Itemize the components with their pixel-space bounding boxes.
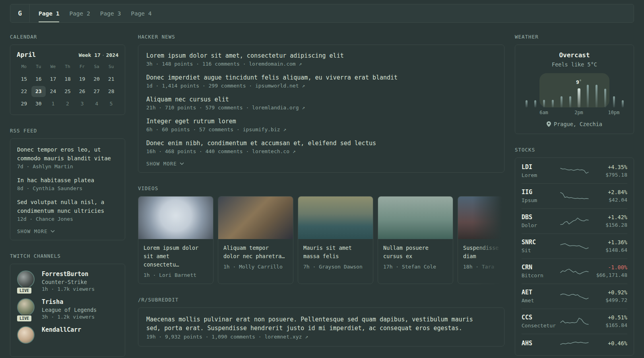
- video-thumbnail[interactable]: [218, 197, 293, 239]
- hn-item-title[interactable]: Donec enim nibh, condimentum et accumsan…: [146, 139, 496, 148]
- calendar-day[interactable]: 30: [31, 98, 46, 109]
- stock-row[interactable]: IIG Ipsum +2.84% $42.04: [522, 183, 627, 208]
- tab-page-1[interactable]: Page 1: [39, 4, 59, 22]
- stock-ticker: CCS: [522, 314, 560, 321]
- video-thumbnail[interactable]: [458, 197, 504, 239]
- weekday-header: We: [46, 64, 60, 72]
- calendar-day[interactable]: 16: [31, 74, 46, 85]
- stock-name: Lorem: [522, 172, 560, 178]
- hacker-news-widget-title: HACKER NEWS: [138, 34, 504, 40]
- calendar-day-next-month[interactable]: 4: [89, 98, 104, 109]
- calendar-day[interactable]: 20: [89, 74, 104, 85]
- stock-row[interactable]: CRN Bitcorn -1.00% $66,171.48: [522, 259, 627, 284]
- video-title[interactable]: Suspendisse diam: [463, 244, 500, 261]
- calendar-day[interactable]: 15: [17, 74, 31, 85]
- stock-change: -1.00%: [589, 264, 627, 270]
- video-thumbnail[interactable]: [298, 197, 373, 239]
- rss-item-title[interactable]: In hac habitasse platea: [17, 176, 118, 185]
- stock-sparkline: [560, 216, 589, 226]
- reddit-post: Maecenas mollis pulvinar erat non posuer…: [146, 315, 496, 340]
- channel-game[interactable]: League of Legends: [42, 307, 97, 313]
- rss-item: Donec tempor eros leo, ut commodo mauris…: [17, 145, 118, 169]
- hn-item-title[interactable]: Integer eget rutrum lorem: [146, 117, 496, 126]
- calendar-day[interactable]: 28: [104, 86, 118, 97]
- app-logo[interactable]: G: [10, 4, 30, 22]
- hn-show-more-button[interactable]: SHOW MORE: [146, 161, 496, 167]
- calendar-day[interactable]: 18: [60, 74, 75, 85]
- calendar-day-selected[interactable]: 23: [31, 86, 46, 97]
- stock-row[interactable]: DBS Dolor +1.42% $156.28: [522, 208, 627, 233]
- hn-item-title[interactable]: Aliquam nec cursus elit: [146, 95, 496, 104]
- stock-ticker: CRN: [522, 264, 560, 271]
- hn-item-meta[interactable]: 3h · 148 points · 116 comments · loremdo…: [146, 61, 496, 67]
- video-title[interactable]: Nullam posuere cursus ex: [383, 244, 448, 261]
- channel-game[interactable]: Counter-Strike: [42, 279, 95, 285]
- stock-change: +1.42%: [589, 214, 627, 220]
- channel-name[interactable]: ForrestBurton: [42, 270, 95, 278]
- video-thumbnail[interactable]: [378, 197, 453, 239]
- stock-row[interactable]: SNRC Sit +1.36% $148.64: [522, 233, 627, 259]
- calendar-day[interactable]: 27: [89, 86, 104, 97]
- subreddit-widget: /R/SUBREDDIT Maecenas mollis pulvinar er…: [138, 297, 504, 346]
- video-card[interactable]: Nullam posuere cursus ex 17h · Stefan Co…: [378, 196, 453, 284]
- hn-item-title[interactable]: Donec imperdiet augue tincidunt felis al…: [146, 73, 496, 82]
- stock-row[interactable]: AHS +0.46%: [522, 334, 627, 354]
- tab-page-3[interactable]: Page 3: [100, 4, 121, 22]
- tab-label: Page 4: [131, 10, 151, 17]
- twitch-channel-row[interactable]: LIVE Trisha League of Legends 3h · 1.2k …: [17, 298, 118, 320]
- stock-sparkline: [560, 241, 589, 251]
- calendar-day[interactable]: 17: [46, 74, 60, 85]
- middle-column: HACKER NEWS Lorem ipsum dolor sit amet, …: [138, 34, 504, 358]
- twitch-channel-row[interactable]: LIVE ForrestBurton Counter-Strike 1h · 1…: [17, 270, 118, 292]
- calendar-day[interactable]: 29: [17, 98, 31, 109]
- subreddit-widget-title: /R/SUBREDDIT: [138, 297, 504, 303]
- reddit-post-meta[interactable]: 19h · 9,932 points · 1,090 comments · lo…: [146, 334, 496, 340]
- calendar-day[interactable]: 26: [75, 86, 89, 97]
- rss-item-title[interactable]: Sed volutpat nulla nisl, a condimentum n…: [17, 198, 118, 215]
- hn-item-meta[interactable]: 21h · 710 points · 579 comments · loreml…: [146, 105, 496, 111]
- rss-item-title[interactable]: Donec tempor eros leo, ut commodo mauris…: [17, 145, 118, 163]
- stock-change: +1.36%: [589, 239, 627, 245]
- video-thumbnail[interactable]: [138, 197, 213, 239]
- channel-name[interactable]: Trisha: [42, 298, 97, 305]
- calendar-day-next-month[interactable]: 3: [75, 98, 89, 109]
- weather-feels-like: Feels like 5°C: [522, 61, 627, 68]
- hn-item-title[interactable]: Lorem ipsum dolor sit amet, consectetur …: [146, 51, 496, 60]
- calendar-day[interactable]: 25: [60, 86, 75, 97]
- hn-item-meta[interactable]: 6h · 60 points · 57 comments · ipsumify.…: [146, 126, 496, 132]
- video-meta: 1h · Lori Barnett: [144, 272, 208, 278]
- channel-name[interactable]: KendallCarr: [42, 326, 81, 333]
- tab-label: Page 1: [39, 10, 59, 17]
- video-card[interactable]: Lorem ipsum dolor sit amet consectetu… 1…: [138, 196, 213, 284]
- stock-row[interactable]: CCS Consectetur +0.51% $165.84: [522, 309, 627, 334]
- stock-price: $148.64: [589, 247, 627, 253]
- weekday-header: Th: [60, 64, 75, 72]
- video-title[interactable]: Aliquam tempor dolor nec pharetra…: [223, 244, 288, 261]
- weather-bar: [604, 89, 606, 107]
- video-card[interactable]: Mauris sit amet massa felis 7h · Grayson…: [298, 196, 373, 284]
- video-card[interactable]: Suspendisse diam 18h · Tara: [458, 196, 504, 284]
- reddit-post-title[interactable]: Maecenas mollis pulvinar erat non posuer…: [146, 315, 480, 333]
- tab-page-4[interactable]: Page 4: [131, 4, 151, 22]
- calendar-day[interactable]: 21: [104, 74, 118, 85]
- weather-widget-title: WEATHER: [515, 34, 634, 40]
- calendar-day[interactable]: 24: [46, 86, 60, 97]
- video-title[interactable]: Mauris sit amet massa felis: [303, 244, 368, 261]
- stock-row[interactable]: LDI Lorem +4.35% $795.18: [522, 159, 627, 183]
- calendar-day[interactable]: 19: [75, 74, 89, 85]
- stock-price: $42.04: [589, 197, 627, 203]
- video-title[interactable]: Lorem ipsum dolor sit amet consectetu…: [144, 244, 208, 269]
- tab-page-2[interactable]: Page 2: [69, 4, 90, 22]
- stock-price: $156.28: [589, 222, 627, 228]
- calendar-day-next-month[interactable]: 5: [104, 98, 118, 109]
- calendar-day-next-month[interactable]: 2: [60, 98, 75, 109]
- hn-item-meta[interactable]: 16h · 468 points · 440 comments · loremt…: [146, 148, 496, 154]
- rss-show-more-button[interactable]: SHOW MORE: [17, 228, 118, 234]
- video-card[interactable]: Aliquam tempor dolor nec pharetra… 1h · …: [218, 196, 293, 284]
- video-carousel: Lorem ipsum dolor sit amet consectetu… 1…: [138, 196, 504, 284]
- stock-row[interactable]: AET Amet +0.92% $499.72: [522, 284, 627, 309]
- hn-item-meta[interactable]: 1d · 1,414 points · 299 comments · ipsum…: [146, 83, 496, 89]
- calendar-day-next-month[interactable]: 1: [46, 98, 60, 109]
- calendar-day[interactable]: 22: [17, 86, 31, 97]
- twitch-channel-row[interactable]: KendallCarr: [17, 326, 118, 344]
